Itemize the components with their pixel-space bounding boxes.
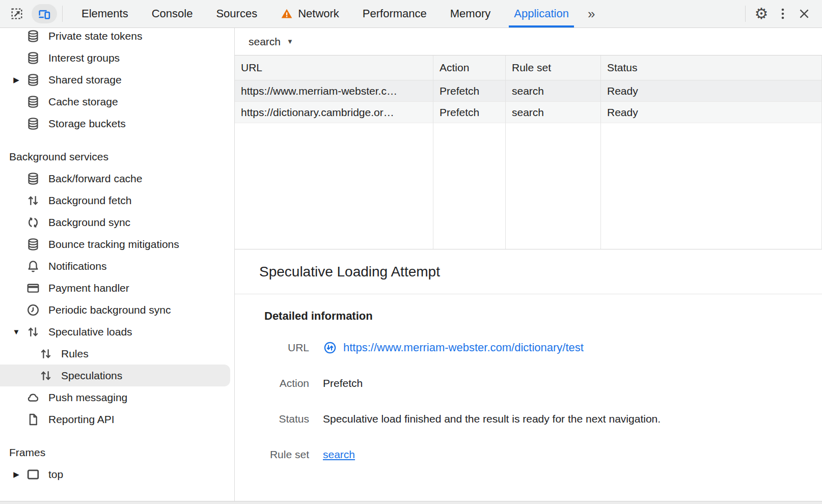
cloud-icon [25,390,41,405]
sidebar-item-private-state-tokens[interactable]: Private state tokens [0,28,234,47]
dropdown-arrow-icon: ▼ [287,38,293,45]
database-icon [25,50,41,66]
cell-status[interactable]: Ready [601,102,821,123]
application-sidebar: Private state tokens Interest groups [0,28,235,501]
sidebar-item-bounce-tracking-mitigations[interactable]: Bounce tracking mitigations [0,233,234,255]
clock-icon [25,302,41,318]
sidebar-item-notifications[interactable]: Notifications [0,255,234,277]
sidebar-item-label: Speculations [61,370,122,382]
database-icon [25,29,41,44]
speculative-load-icon [323,341,337,355]
sidebar-item-speculative-loads[interactable]: ▼ Speculative loads [0,321,234,343]
gear-icon: ⚙ [755,6,769,21]
tab-label: Application [514,7,569,20]
sidebar-item-frame-top[interactable]: ▶ top [0,463,234,485]
tab-memory[interactable]: Memory [439,0,502,27]
status-value: Speculative load finished and the result… [323,413,661,425]
device-toolbar-icon [37,7,51,21]
column-header-url: URL [235,55,433,80]
database-icon [25,94,41,109]
device-toolbar-button[interactable] [32,4,57,23]
detail-label: Action [264,377,309,389]
tab-label: Network [298,7,339,20]
sidebar-item-rules[interactable]: Rules [0,343,234,365]
ruleset-filter-dropdown[interactable]: search ▼ [249,36,293,48]
sidebar-item-background-sync[interactable]: Background sync [0,211,234,233]
sidebar-item-periodic-background-sync[interactable]: Periodic background sync [0,299,234,321]
inspect-icon [10,7,24,21]
sidebar-item-background-fetch[interactable]: Background fetch [0,189,234,211]
detail-label: Rule set [264,449,309,461]
detail-pane: Detailed information URL https://www.mer… [235,294,822,501]
tab-network[interactable]: Network [269,0,351,27]
sidebar-item-label: Cache storage [48,96,118,108]
arrows-up-down-icon [38,368,53,383]
tab-performance[interactable]: Performance [351,0,439,27]
action-value: Prefetch [323,377,363,389]
kebab-icon [777,7,789,21]
sidebar-item-payment-handler[interactable]: Payment handler [0,277,234,299]
sidebar-item-reporting-api[interactable]: Reporting API [0,408,234,430]
cell-url[interactable]: https://www.merriam-webster.c… [235,80,433,102]
speculations-table: URL Action Rule set Status https://www.m… [235,55,822,249]
sidebar-item-label: Payment handler [48,282,129,294]
cell-url[interactable]: https://dictionary.cambridge.or… [235,102,433,123]
cell-rule-set[interactable]: search [506,102,601,123]
tab-sources[interactable]: Sources [204,0,269,27]
inspect-element-button[interactable] [6,4,28,24]
sidebar-item-label: Storage buckets [48,118,126,130]
sidebar-item-label: Background fetch [48,194,131,207]
database-icon [25,72,41,88]
cell-status[interactable]: Ready [601,80,821,102]
sidebar-item-speculations[interactable]: Speculations [0,365,230,386]
sync-icon [25,215,41,230]
ruleset-filter-value: search [249,36,281,48]
detail-label: Status [264,413,309,425]
rule-set-link[interactable]: search [323,449,355,461]
tab-elements[interactable]: Elements [70,0,140,27]
column-header-status: Status [601,55,821,80]
close-icon [798,7,811,20]
column-header-action: Action [433,55,506,80]
sidebar-item-label: Shared storage [48,74,122,86]
payment-card-icon [25,281,41,296]
tab-application[interactable]: Application [502,0,581,27]
settings-button[interactable]: ⚙ [751,4,772,24]
url-link[interactable]: https://www.merriam-webster.com/dictiona… [343,341,584,354]
sidebar-item-storage-buckets[interactable]: Storage buckets [0,113,234,134]
cell-rule-set[interactable]: search [506,80,601,102]
sidebar-item-back-forward-cache[interactable]: Back/forward cache [0,167,234,189]
column-header-rule-set: Rule set [506,55,601,80]
cell-action[interactable]: Prefetch [433,102,506,123]
section-header-frames: Frames [0,441,234,463]
frame-icon [25,467,41,482]
sidebar-item-push-messaging[interactable]: Push messaging [0,386,234,408]
sidebar-item-label: Background sync [48,216,130,229]
tab-label: Memory [450,7,490,20]
sidebar-item-label: Reporting API [48,413,115,426]
menu-button[interactable] [772,4,793,24]
sidebar-item-interest-groups[interactable]: Interest groups [0,47,234,69]
bell-icon [25,259,41,274]
tab-console[interactable]: Console [140,0,205,27]
warning-icon [281,8,293,20]
arrows-up-down-icon [38,346,53,361]
close-button[interactable] [793,4,815,24]
tab-label: Console [152,7,193,20]
double-chevron-icon: » [588,6,595,22]
database-icon [25,171,41,186]
more-tabs-button[interactable]: » [581,0,602,27]
arrows-up-down-icon [25,193,41,208]
cell-action[interactable]: Prefetch [433,80,506,102]
sidebar-item-cache-storage[interactable]: Cache storage [0,91,234,113]
chevron-down-icon[interactable]: ▼ [7,327,25,336]
devtools-toolbar: Elements Console Sources Network [0,0,822,28]
sidebar-item-label: Speculative loads [48,326,132,338]
chevron-right-icon[interactable]: ▶ [7,470,25,479]
devtools-window: Elements Console Sources Network [0,0,822,504]
detail-row-status: Status Speculative load finished and the… [264,401,822,437]
chevron-right-icon[interactable]: ▶ [7,75,25,85]
sidebar-item-label: Push messaging [48,391,127,404]
sidebar-item-shared-storage[interactable]: ▶ Shared storage [0,69,234,91]
detail-row-action: Action Prefetch [264,366,822,401]
